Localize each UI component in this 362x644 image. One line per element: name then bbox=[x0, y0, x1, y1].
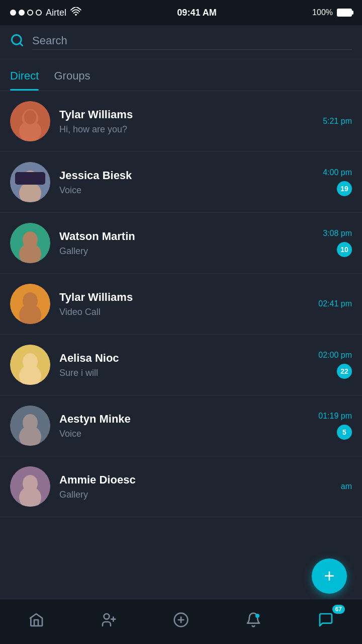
chat-content: Tylar Williams Hi, how are you? bbox=[59, 108, 314, 135]
chat-item[interactable]: Watson Martin Gallery 3:08 pm 10 bbox=[0, 213, 362, 274]
avatar bbox=[10, 406, 50, 446]
chat-name: Watson Martin bbox=[59, 230, 314, 243]
signal-dot-1 bbox=[10, 10, 16, 16]
chat-item[interactable]: Aelisa Nioc Sure i will 02:00 pm 22 bbox=[0, 335, 362, 395]
chat-preview: Sure i will bbox=[59, 368, 309, 378]
svg-point-26 bbox=[104, 614, 110, 619]
signal-dots bbox=[10, 10, 42, 16]
chat-content: Aestyn Minke Voice bbox=[59, 413, 309, 439]
unread-badge: 19 bbox=[337, 181, 352, 196]
home-icon bbox=[28, 612, 44, 631]
unread-badge: 5 bbox=[337, 425, 352, 440]
avatar bbox=[10, 284, 50, 324]
chat-name: Tylar Williams bbox=[59, 108, 314, 121]
avatar-image bbox=[10, 284, 50, 324]
chat-preview: Gallery bbox=[59, 246, 314, 257]
avatar-image bbox=[10, 345, 50, 385]
nav-messages[interactable]: 67 bbox=[311, 607, 341, 637]
avatar bbox=[10, 223, 50, 263]
chat-meta: 01:19 pm 5 bbox=[318, 412, 352, 440]
chat-content: Tylar Williams Video Call bbox=[59, 291, 309, 317]
chat-time: 5:21 pm bbox=[323, 117, 352, 126]
chat-content: Watson Martin Gallery bbox=[59, 230, 314, 257]
svg-point-0 bbox=[75, 14, 77, 16]
avatar bbox=[10, 101, 50, 141]
wifi-icon bbox=[70, 7, 81, 19]
chat-item[interactable]: Tylar Williams Video Call 02:41 pm bbox=[0, 274, 362, 335]
chat-time: 3:08 pm bbox=[323, 229, 352, 238]
chat-name: Aestyn Minke bbox=[59, 413, 309, 426]
chat-content: Jessica Biesk Voice bbox=[59, 169, 314, 196]
chat-item[interactable]: Tylar Williams Hi, how are you? 5:21 pm bbox=[0, 91, 362, 152]
chat-time: 02:41 pm bbox=[318, 299, 352, 308]
chat-name: Tylar Williams bbox=[59, 291, 309, 304]
chat-item[interactable]: Aestyn Minke Voice 01:19 pm 5 bbox=[0, 395, 362, 456]
avatar-image bbox=[10, 466, 50, 507]
avatar bbox=[10, 162, 50, 202]
nav-notifications[interactable] bbox=[238, 607, 268, 637]
tabs: Direct Groups bbox=[0, 59, 362, 91]
chat-meta: 3:08 pm 10 bbox=[323, 229, 352, 257]
bell-icon bbox=[245, 612, 261, 631]
chat-time: am bbox=[341, 482, 352, 491]
avatar-image bbox=[10, 101, 50, 141]
status-left: Airtel bbox=[10, 7, 81, 19]
signal-dot-2 bbox=[19, 10, 25, 16]
unread-badge: 22 bbox=[337, 364, 352, 379]
nav-add[interactable] bbox=[166, 607, 196, 637]
chat-preview: Voice bbox=[59, 185, 314, 196]
svg-line-2 bbox=[20, 43, 22, 45]
chat-meta: 02:00 pm 22 bbox=[318, 351, 352, 379]
search-icon bbox=[10, 33, 24, 51]
chat-meta: 5:21 pm bbox=[323, 117, 352, 126]
chat-meta: 02:41 pm bbox=[318, 299, 352, 308]
chat-item[interactable]: Ammie Dioesc Gallery am bbox=[0, 456, 362, 517]
chat-preview: Video Call bbox=[59, 307, 309, 317]
chat-meta: 4:00 pm 19 bbox=[323, 168, 352, 196]
battery-icon bbox=[337, 9, 352, 17]
carrier-name: Airtel bbox=[46, 8, 66, 18]
signal-dot-4 bbox=[36, 10, 42, 16]
avatar-image bbox=[10, 162, 50, 202]
messages-badge: 67 bbox=[332, 605, 345, 614]
chat-item[interactable]: Jessica Biesk Voice 4:00 pm 19 bbox=[0, 152, 362, 213]
unread-badge: 10 bbox=[337, 242, 352, 257]
plus-circle-icon bbox=[173, 612, 189, 631]
avatar bbox=[10, 345, 50, 385]
battery-fill bbox=[338, 10, 351, 16]
chat-name: Ammie Dioesc bbox=[59, 473, 332, 487]
chat-content: Aelisa Nioc Sure i will bbox=[59, 352, 309, 378]
status-time: 09:41 AM bbox=[177, 8, 216, 18]
new-message-fab[interactable]: + bbox=[312, 558, 347, 594]
nav-contacts[interactable] bbox=[94, 607, 124, 637]
chat-time: 4:00 pm bbox=[323, 168, 352, 177]
chat-preview: Gallery bbox=[59, 490, 332, 500]
search-input[interactable] bbox=[32, 34, 352, 50]
tab-direct[interactable]: Direct bbox=[10, 59, 54, 91]
svg-rect-10 bbox=[15, 172, 45, 185]
avatar-image bbox=[10, 406, 50, 446]
chat-time: 02:00 pm bbox=[318, 351, 352, 360]
chat-name: Aelisa Nioc bbox=[59, 352, 309, 365]
chat-preview: Voice bbox=[59, 429, 309, 439]
status-right: 100% bbox=[312, 8, 352, 17]
tab-groups[interactable]: Groups bbox=[54, 59, 105, 91]
chat-name: Jessica Biesk bbox=[59, 169, 314, 182]
chat-list: Tylar Williams Hi, how are you? 5:21 pm … bbox=[0, 91, 362, 517]
add-contact-icon bbox=[101, 612, 117, 631]
search-bar bbox=[0, 25, 362, 59]
avatar-image bbox=[10, 223, 50, 263]
messages-icon bbox=[318, 612, 334, 631]
chat-time: 01:19 pm bbox=[318, 412, 352, 421]
avatar bbox=[10, 466, 50, 507]
svg-point-6 bbox=[24, 110, 36, 124]
chat-meta: am bbox=[341, 482, 352, 491]
chat-content: Ammie Dioesc Gallery bbox=[59, 473, 332, 500]
battery-percent: 100% bbox=[312, 8, 333, 17]
svg-point-32 bbox=[255, 614, 259, 618]
signal-dot-3 bbox=[27, 10, 33, 16]
bottom-nav: 67 bbox=[0, 599, 362, 644]
status-bar: Airtel 09:41 AM 100% bbox=[0, 0, 362, 25]
nav-home[interactable] bbox=[21, 607, 51, 637]
chat-preview: Hi, how are you? bbox=[59, 124, 314, 135]
